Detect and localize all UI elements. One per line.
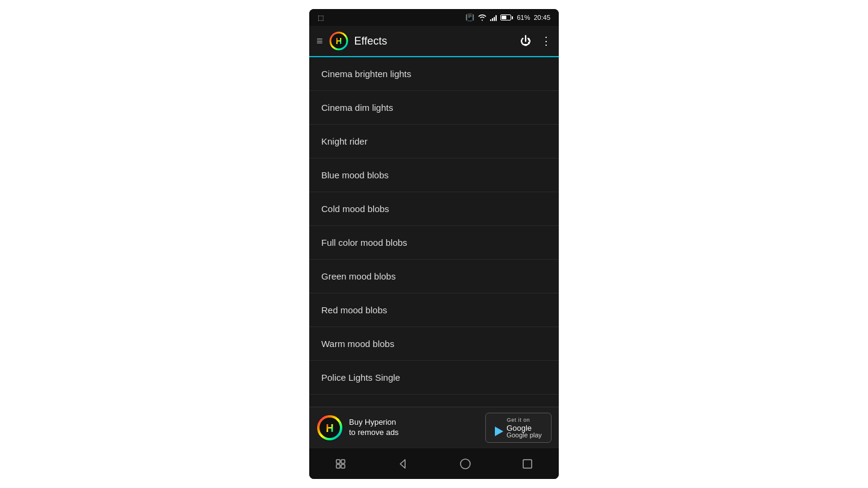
vibrate-icon: 📳	[465, 13, 474, 22]
svg-rect-8	[336, 465, 340, 468]
recents-nav-icon[interactable]	[327, 451, 354, 477]
ad-text: Buy Hyperion to remove ads	[349, 418, 479, 438]
more-options-icon[interactable]: ⋮	[541, 34, 552, 48]
status-bar-left: ⬚	[318, 14, 324, 22]
svg-text:H: H	[335, 36, 341, 46]
google-play-name: Google Google play	[506, 424, 542, 439]
list-item-label: Full color mood blobs	[321, 237, 407, 248]
list-item-label: Red mood blobs	[321, 305, 387, 315]
list-item[interactable]: Blue mood blobs	[309, 158, 559, 192]
list-item-label: Blue mood blobs	[321, 170, 389, 180]
list-item-label: Police Lights Single	[321, 372, 400, 383]
menu-icon[interactable]: ≡	[316, 36, 323, 46]
signal-bars	[490, 14, 497, 21]
svg-rect-6	[336, 460, 340, 463]
ad-logo: H	[316, 414, 343, 441]
back-nav-icon[interactable]	[389, 451, 416, 477]
svg-rect-7	[341, 460, 345, 463]
app-title: Effects	[354, 35, 514, 48]
battery-percent: 61%	[517, 14, 530, 21]
ad-banner: H Buy Hyperion to remove ads Get it on G…	[309, 407, 559, 448]
svg-marker-10	[400, 460, 405, 468]
list-item[interactable]: Police Lights Solid	[309, 395, 559, 407]
play-triangle-icon	[495, 427, 503, 436]
power-icon[interactable]: ⏻	[520, 35, 531, 48]
list-item[interactable]: Warm mood blobs	[309, 327, 559, 361]
list-item-label: Green mood blobs	[321, 271, 395, 281]
list-item-label: Cinema brighten lights	[321, 69, 411, 79]
google-play-bottom: Google Google play	[495, 424, 542, 439]
clock: 20:45	[533, 14, 550, 21]
list-item[interactable]: Cinema dim lights	[309, 91, 559, 125]
list-item[interactable]: Full color mood blobs	[309, 226, 559, 260]
svg-text:H: H	[326, 422, 334, 434]
battery-icon	[500, 14, 513, 20]
phone-container: ⬚ 📳 61	[309, 9, 559, 479]
screenshot-icon: ⬚	[318, 14, 324, 22]
list-item[interactable]: Red mood blobs	[309, 293, 559, 327]
status-bar: ⬚ 📳 61	[309, 9, 559, 26]
effects-list: Cinema brighten lights Cinema dim lights…	[309, 57, 559, 407]
list-item[interactable]: Cinema brighten lights	[309, 57, 559, 91]
list-item-label: Knight rider	[321, 136, 368, 146]
list-item[interactable]: Green mood blobs	[309, 260, 559, 293]
recent-apps-nav-icon[interactable]	[514, 451, 541, 477]
list-item-label: Cinema dim lights	[321, 102, 393, 113]
list-item-label: Cold mood blobs	[321, 204, 389, 214]
google-play-button[interactable]: Get it on Google Google play	[485, 413, 552, 443]
app-bar-actions: ⏻ ⋮	[520, 34, 552, 48]
google-play-top-text: Get it on	[507, 417, 530, 423]
app-bar: ≡ H Effects ⏻ ⋮	[309, 26, 559, 57]
nav-bar	[309, 448, 559, 479]
wifi-icon	[478, 14, 486, 21]
list-item[interactable]: Cold mood blobs	[309, 192, 559, 226]
svg-rect-12	[523, 460, 532, 468]
svg-rect-9	[341, 465, 345, 468]
app-logo: H	[329, 31, 348, 51]
home-nav-icon[interactable]	[452, 451, 479, 477]
svg-point-11	[461, 459, 470, 469]
list-item-label: Warm mood blobs	[321, 339, 394, 349]
status-bar-right: 📳 61% 20:45	[465, 13, 550, 22]
list-item[interactable]: Police Lights Single	[309, 361, 559, 395]
list-item[interactable]: Knight rider	[309, 125, 559, 158]
